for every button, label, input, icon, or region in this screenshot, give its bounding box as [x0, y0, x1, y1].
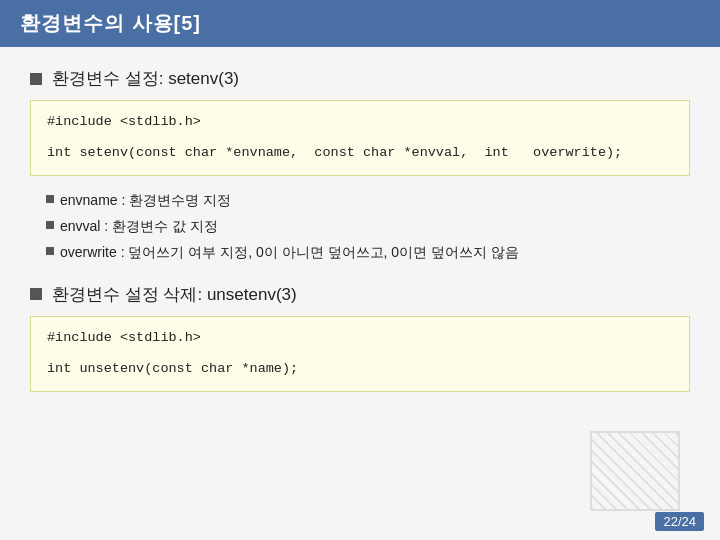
slide-title: 환경변수의 사용[5] — [20, 12, 201, 34]
section2-title-text: 환경변수 설정 삭제: unsetenv(3) — [52, 283, 297, 306]
watermark-pattern — [590, 431, 680, 511]
page-number: 22/24 — [655, 512, 704, 531]
slide-header: 환경변수의 사용[5] — [0, 0, 720, 47]
section1-bullets: envname : 환경변수명 지정 envval : 환경변수 값 지정 ov… — [46, 190, 690, 263]
bullet-icon-1 — [46, 195, 54, 203]
bullet-text-1: envname : 환경변수명 지정 — [60, 190, 231, 211]
section2-title: 환경변수 설정 삭제: unsetenv(3) — [30, 283, 690, 306]
section1-code-box: #include <stdlib.h> int setenv(const cha… — [30, 100, 690, 176]
section2-bullet-icon — [30, 288, 42, 300]
section1-title-text: 환경변수 설정: setenv(3) — [52, 67, 239, 90]
section1-code-line2: int setenv(const char *envname, const ch… — [47, 142, 673, 165]
bullet-item-1: envname : 환경변수명 지정 — [46, 190, 690, 211]
bullet-icon-3 — [46, 247, 54, 255]
watermark — [590, 431, 680, 511]
section2-code-line2: int unsetenv(const char *name); — [47, 358, 673, 381]
section1-code-line1: #include <stdlib.h> — [47, 111, 673, 134]
bullet-item-2: envval : 환경변수 값 지정 — [46, 216, 690, 237]
section2-code-box: #include <stdlib.h> int unsetenv(const c… — [30, 316, 690, 392]
bullet-text-3: overwrite : 덮어쓰기 여부 지정, 0이 아니면 덮어쓰고, 0이면… — [60, 242, 519, 263]
bullet-item-3: overwrite : 덮어쓰기 여부 지정, 0이 아니면 덮어쓰고, 0이면… — [46, 242, 690, 263]
section1-title: 환경변수 설정: setenv(3) — [30, 67, 690, 90]
main-content: 환경변수 설정: setenv(3) #include <stdlib.h> i… — [0, 47, 720, 540]
bullet-text-2: envval : 환경변수 값 지정 — [60, 216, 218, 237]
section1-bullet-icon — [30, 73, 42, 85]
section2-code-line1: #include <stdlib.h> — [47, 327, 673, 350]
bullet-icon-2 — [46, 221, 54, 229]
